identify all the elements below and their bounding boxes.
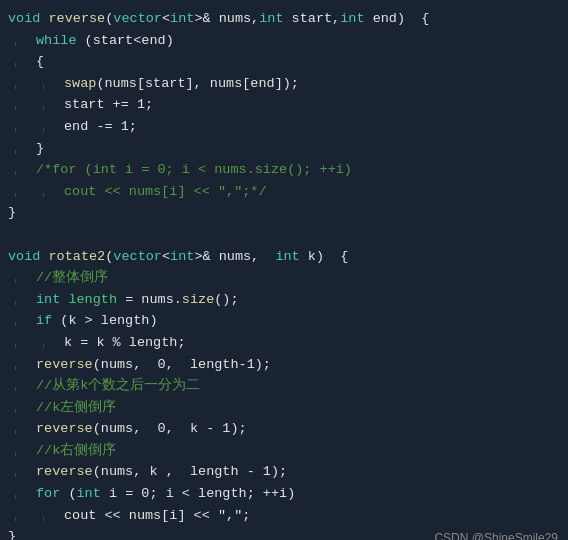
code-line: k = k % length; bbox=[0, 332, 568, 354]
code-line: if (k > length) bbox=[0, 310, 568, 332]
code-text: reverse(nums, k , length - 1); bbox=[36, 461, 287, 483]
code-text: void rotate2(vector<int>& nums, int k) { bbox=[8, 246, 348, 268]
code-text: cout << nums[i] << ",";*/ bbox=[64, 181, 267, 203]
code-text: //从第k个数之后一分为二 bbox=[36, 375, 200, 397]
code-line: //k左侧倒序 bbox=[0, 397, 568, 419]
code-text: { bbox=[36, 51, 44, 73]
code-text: } bbox=[8, 526, 16, 540]
watermark: CSDN @ShineSmile29 bbox=[434, 529, 558, 540]
code-line: swap(nums[start], nums[end]); bbox=[0, 73, 568, 95]
code-line: void reverse(vector<int>& nums,int start… bbox=[0, 8, 568, 30]
code-line: start += 1; bbox=[0, 94, 568, 116]
code-line: //从第k个数之后一分为二 bbox=[0, 375, 568, 397]
code-line: end -= 1; bbox=[0, 116, 568, 138]
code-line: reverse(nums, k , length - 1); bbox=[0, 461, 568, 483]
code-text: k = k % length; bbox=[64, 332, 186, 354]
code-line: //整体倒序 bbox=[0, 267, 568, 289]
code-text: } bbox=[36, 138, 44, 160]
code-text: //k左侧倒序 bbox=[36, 397, 116, 419]
code-editor: void reverse(vector<int>& nums,int start… bbox=[0, 0, 568, 540]
code-line: reverse(nums, 0, length-1); bbox=[0, 354, 568, 376]
code-text: //k右侧倒序 bbox=[36, 440, 116, 462]
code-line: for (int i = 0; i < length; ++i) bbox=[0, 483, 568, 505]
code-text: //整体倒序 bbox=[36, 267, 108, 289]
code-line: } bbox=[0, 138, 568, 160]
code-text: for (int i = 0; i < length; ++i) bbox=[36, 483, 295, 505]
code-line: cout << nums[i] << ","; bbox=[0, 505, 568, 527]
code-text: cout << nums[i] << ","; bbox=[64, 505, 250, 527]
code-text: /*for (int i = 0; i < nums.size(); ++i) bbox=[36, 159, 352, 181]
code-text: start += 1; bbox=[64, 94, 153, 116]
code-text: reverse(nums, 0, k - 1); bbox=[36, 418, 247, 440]
code-line: while (start<end) bbox=[0, 30, 568, 52]
code-text: int length = nums.size(); bbox=[36, 289, 239, 311]
code-text: void reverse(vector<int>& nums,int start… bbox=[8, 8, 429, 30]
code-text: reverse(nums, 0, length-1); bbox=[36, 354, 271, 376]
code-text: } bbox=[8, 202, 16, 224]
code-text: end -= 1; bbox=[64, 116, 137, 138]
code-text: while (start<end) bbox=[36, 30, 174, 52]
code-line: int length = nums.size(); bbox=[0, 289, 568, 311]
code-line: cout << nums[i] << ",";*/ bbox=[0, 181, 568, 203]
code-line: /*for (int i = 0; i < nums.size(); ++i) bbox=[0, 159, 568, 181]
code-line: reverse(nums, 0, k - 1); bbox=[0, 418, 568, 440]
code-line: } bbox=[0, 202, 568, 224]
code-text: swap(nums[start], nums[end]); bbox=[64, 73, 299, 95]
code-line: void rotate2(vector<int>& nums, int k) { bbox=[0, 246, 568, 268]
code-line bbox=[0, 224, 568, 246]
code-line: { bbox=[0, 51, 568, 73]
code-text: if (k > length) bbox=[36, 310, 158, 332]
code-line: //k右侧倒序 bbox=[0, 440, 568, 462]
